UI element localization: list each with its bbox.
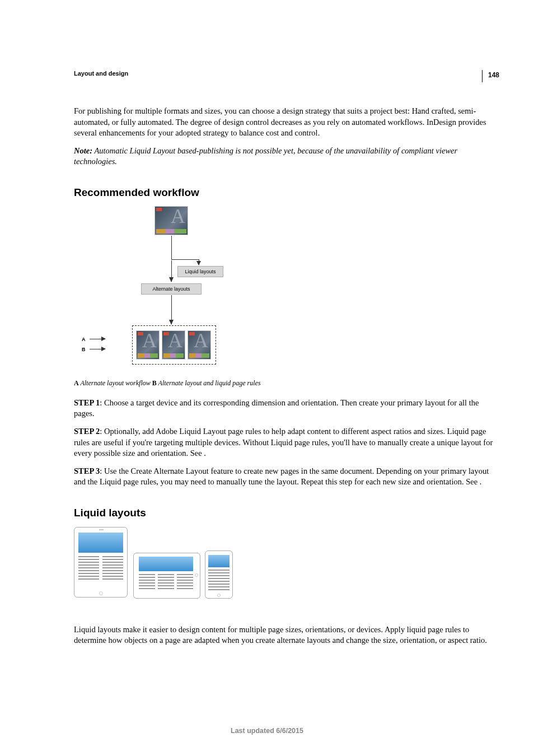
diagram-thumbnail-bottom-3 [188, 331, 210, 359]
heading-recommended-workflow: Recommended workflow [74, 186, 495, 199]
diagram-thumbnail-bottom-2 [162, 331, 185, 359]
section-header: Layout and design [74, 70, 495, 77]
intro-paragraph: For publishing for multiple formats and … [74, 106, 495, 139]
step-3-label: STEP 3 [74, 466, 100, 475]
step-2-text: : Optionally, add Adobe Liquid Layout pa… [74, 427, 493, 458]
diagram-caption: A Alternate layout workflow B Alternate … [74, 379, 495, 388]
diagram-arrow-branch-down [199, 259, 199, 265]
note-paragraph: Note: Automatic Liquid Layout based-publ… [74, 146, 495, 167]
caption-key-a: A [74, 379, 79, 387]
diagram-button-liquid-layouts: Liquid layouts [177, 266, 223, 277]
step-3: STEP 3: Use the Create Alternate Layout … [74, 466, 495, 488]
step-1-text: : Choose a target device and its corresp… [74, 398, 479, 418]
step-1: STEP 1: Choose a target device and its c… [74, 398, 495, 419]
liquid-layouts-figure [74, 527, 495, 603]
workflow-diagram: Liquid layouts Alternate layouts A B [74, 207, 264, 375]
step-2-label: STEP 2 [74, 427, 100, 436]
note-text: Automatic Liquid Layout based-publishing… [74, 146, 457, 166]
liquid-paragraph: Liquid layouts make it easier to design … [74, 624, 495, 646]
heading-liquid-layouts: Liquid layouts [74, 507, 495, 519]
note-label: Note: [74, 146, 92, 155]
diagram-thumbnail-bottom-1 [137, 331, 159, 359]
diagram-label-b: B [82, 347, 86, 352]
diagram-label-a: A [82, 337, 86, 342]
diagram-thumbnail-top [155, 207, 188, 235]
diagram-arrow-branch-right [171, 259, 199, 260]
footer-last-updated: Last updated 6/6/2015 [0, 727, 534, 735]
device-tablet-portrait [74, 527, 128, 598]
step-1-label: STEP 1 [74, 398, 100, 407]
diagram-button-alternate-layouts: Alternate layouts [141, 283, 202, 295]
diagram-arrow-a [90, 339, 105, 339]
page-number-value: 148 [488, 71, 499, 79]
diagram-arrow-down-3 [171, 295, 172, 324]
step-3-text: : Use the Create Alternate Layout featur… [74, 466, 489, 487]
caption-key-b: B [152, 379, 157, 387]
device-tablet-landscape [133, 553, 200, 599]
page: 148 Layout and design For publishing for… [0, 0, 534, 675]
caption-text-b: Alternate layout and liquid page rules [157, 379, 261, 387]
step-2: STEP 2: Optionally, add Adobe Liquid Lay… [74, 426, 495, 459]
diagram-arrow-b [90, 349, 105, 349]
device-phone-portrait [205, 550, 233, 599]
caption-text-a: Alternate layout workflow [79, 379, 152, 387]
diagram-arrow-down-2 [171, 260, 172, 282]
diagram-arrow-down-1 [171, 236, 172, 259]
page-number: 148 [482, 70, 499, 82]
